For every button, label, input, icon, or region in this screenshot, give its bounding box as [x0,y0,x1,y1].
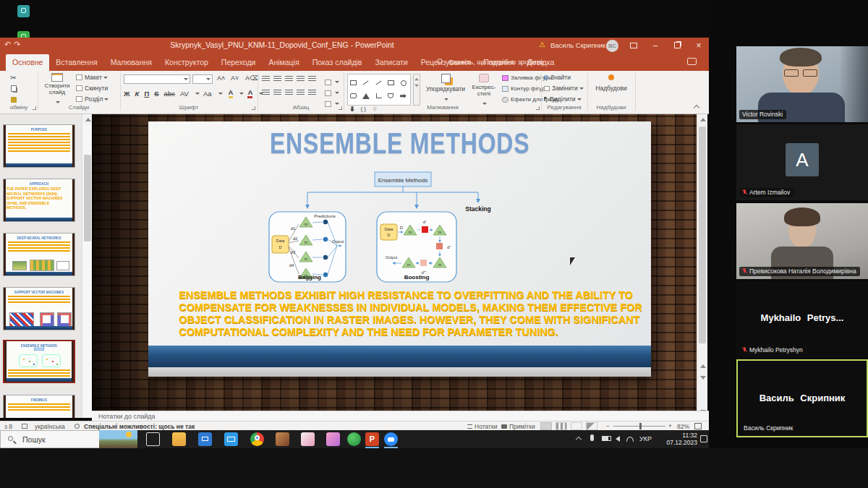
participant-tile-prevysokova[interactable]: Превисокова Наталія Володимирівна [736,203,868,279]
microsoft-store-icon[interactable] [198,432,212,446]
slideshow-view-button[interactable] [586,422,597,430]
thumbnail-slide-svm[interactable]: SUPPORT VECTOR MACHINES [3,287,75,330]
thumbnail-slide-ensemble-selected[interactable]: ENSEMBLE METHODS [3,340,75,383]
game-icon-4[interactable] [347,432,361,446]
select-button[interactable]: Виділити [544,95,582,103]
zoom-slider-thumb[interactable] [639,423,642,429]
align-center-icon[interactable] [273,90,281,95]
tab-slideshow[interactable]: Показ слайдів [306,54,369,71]
powerpoint-taskbar-icon[interactable]: P [365,432,379,446]
find-button[interactable]: Знайти [544,74,571,81]
zoom-taskbar-icon[interactable] [384,432,398,446]
arrange-button[interactable]: Упорядкувати [425,74,466,106]
slide-title[interactable]: ENSEMBLE METHODS [148,127,651,160]
next-slide-button[interactable] [698,373,707,382]
comments-icon[interactable] [687,58,697,65]
thumbnail-scrollbar[interactable] [82,114,92,418]
spellcheck-icon[interactable] [22,424,27,429]
font-dialog-launcher[interactable] [252,106,255,110]
format-painter-icon[interactable] [11,97,17,103]
tray-expand-icon[interactable] [576,437,582,442]
grow-font-icon[interactable]: A˄ [217,74,225,82]
shape-rectangle-icon[interactable] [388,80,394,85]
underline-button[interactable]: П [144,90,149,98]
clipboard-dialog-launcher[interactable] [33,106,36,110]
numbering-icon[interactable] [273,76,281,82]
reading-view-button[interactable] [571,422,582,430]
participant-tile-artem[interactable]: A Artem Izmailov [736,124,868,200]
copy-icon[interactable] [11,85,17,92]
tray-mic-icon[interactable] [590,435,594,441]
shape-angle-icon[interactable] [376,93,382,98]
scroll-up-button[interactable] [698,115,707,124]
indent-increase-icon[interactable] [297,76,305,82]
wifi-icon[interactable] [626,437,634,442]
notification-center-icon[interactable] [700,435,707,442]
tell-me-search[interactable]: Скажіть, що потрібно зробити [448,58,543,66]
game-icon-2[interactable] [301,432,315,446]
thumbnail-scroll-thumb[interactable] [84,155,91,241]
shape-arc-icon[interactable] [388,93,393,98]
tab-insert[interactable]: Вставлення [49,54,103,71]
clear-format-icon[interactable]: A⌫ [245,74,259,82]
ribbon-display-options-button[interactable] [624,38,644,54]
addins-button[interactable]: Надбудови [588,74,634,92]
cut-icon[interactable]: ✂ [10,74,16,82]
align-left-icon[interactable] [262,90,270,95]
columns-icon[interactable] [308,90,316,95]
shape-line-icon[interactable] [363,81,369,85]
layout-button[interactable]: Макет [76,74,108,81]
fit-to-window-button[interactable] [694,423,702,429]
thumbnail-slide-purpose[interactable]: PURPOSE [3,124,75,168]
zoom-in-button[interactable]: + [668,422,672,429]
news-widget-thumbnail[interactable] [99,430,137,448]
notes-toggle[interactable]: Нотатки [467,423,497,430]
strikethrough-button[interactable]: abc [164,90,175,98]
shape-rounded-rect-icon[interactable] [350,93,357,98]
line-spacing-icon[interactable] [308,76,316,82]
slide-body-text[interactable]: ENSEMBLE METHODS EXHIBIT HIGH RESISTANCE… [179,288,642,338]
section-button[interactable]: Розділ [76,95,109,103]
reset-button[interactable]: Скинути [76,85,108,92]
paragraph-dialog-launcher[interactable] [339,106,342,110]
tab-design[interactable]: Конструктор [158,54,215,71]
tab-record[interactable]: Записати [368,54,414,71]
normal-view-button[interactable] [540,422,552,430]
thumbnail-slide-dnn[interactable]: DEEP NEURAL NETWORKS [3,233,75,276]
warning-icon[interactable]: ⚠ [539,40,545,48]
zoom-percentage[interactable]: 82% [677,423,689,430]
close-button[interactable]: × [689,38,709,54]
keyboard-language[interactable]: УКР [639,435,652,442]
shape-right-arrow-icon[interactable] [400,94,407,98]
justify-icon[interactable] [297,90,305,95]
minimize-button[interactable]: – [645,38,665,54]
font-color-button[interactable]: A [247,88,252,98]
thumbnail-slide-approach[interactable]: APPROACH THE PAPER EXPLORES DEEP NEURAL … [3,179,75,222]
bullets-icon[interactable] [262,76,270,82]
scroll-thumb[interactable] [699,127,706,343]
font-name-select[interactable] [124,74,190,84]
shrink-font-icon[interactable]: A˅ [231,74,239,82]
task-view-icon[interactable] [146,432,160,446]
comments-toggle[interactable]: Примітки [501,423,535,430]
meeting-info-icon[interactable] [17,5,30,17]
tab-transitions[interactable]: Переходи [215,54,263,71]
new-slide-button[interactable]: Створити слайд [41,73,73,108]
indent-decrease-icon[interactable] [285,76,293,82]
shape-oval-icon[interactable] [401,80,407,86]
shapes-gallery[interactable]: { } ☆ [347,74,411,106]
game-icon-1[interactable] [276,432,289,446]
notes-pane[interactable]: Нотатки до слайда [92,411,709,421]
previous-slide-button[interactable] [698,361,707,371]
thumbnail-slide-findings[interactable]: FINDINGS [3,395,75,418]
zoom-out-button[interactable]: − [606,422,610,429]
italic-button[interactable]: К [135,90,140,98]
battery-icon[interactable] [602,436,611,441]
avatar[interactable]: ВС [606,40,618,52]
mail-icon[interactable] [224,432,238,446]
restore-button[interactable] [667,38,687,54]
participant-tile-victor[interactable]: Victor Rovinski [736,46,868,122]
accessibility-status[interactable]: Спеціальні можливості: щось не так [84,423,195,430]
bold-button[interactable]: Ж [124,90,130,98]
shape-triangle-icon[interactable] [362,93,370,99]
